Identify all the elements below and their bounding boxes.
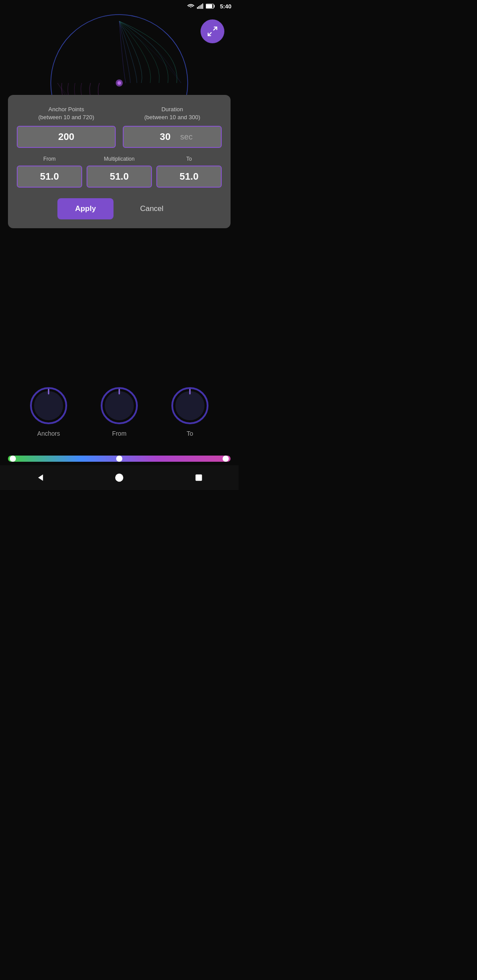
svg-point-16 — [105, 391, 134, 420]
duration-label: Duration (between 10 and 300) — [144, 106, 200, 121]
from-label: From — [43, 156, 56, 162]
anchor-points-col: Anchor Points (between 10 and 720) — [17, 106, 116, 148]
to-knob-label: To — [187, 430, 193, 437]
from-knob-label: From — [112, 430, 127, 437]
duration-input-container: sec — [123, 126, 222, 148]
from-col: From — [17, 156, 82, 188]
from-knob-item: From — [99, 386, 139, 437]
svg-point-9 — [117, 81, 121, 85]
from-knob[interactable] — [99, 386, 139, 426]
to-label: To — [186, 156, 192, 162]
status-bar-icons: 5:40 — [187, 3, 231, 10]
knobs-section: Anchors From To — [0, 386, 238, 437]
expand-button[interactable] — [201, 19, 224, 43]
modal-row-1: Anchor Points (between 10 and 720) Durat… — [17, 106, 222, 148]
duration-unit: sec — [180, 132, 193, 142]
svg-rect-4 — [202, 4, 203, 9]
gradient-slider[interactable] — [8, 456, 231, 462]
to-input[interactable] — [156, 166, 222, 188]
multiplication-label: Multiplication — [104, 156, 134, 162]
wifi-icon — [187, 4, 194, 9]
to-knob-item: To — [170, 386, 210, 437]
time-display: 5:40 — [220, 3, 231, 10]
anchor-points-label: Anchor Points (between 10 and 720) — [38, 106, 94, 121]
recents-icon — [194, 473, 204, 482]
svg-point-13 — [34, 391, 63, 420]
svg-rect-0 — [197, 7, 198, 9]
svg-line-10 — [213, 27, 217, 30]
home-icon — [114, 473, 124, 482]
modal-row-2: From Multiplication To — [17, 156, 222, 188]
anchors-knob-item: Anchors — [29, 386, 68, 437]
slider-dot-left — [10, 456, 16, 462]
expand-icon — [207, 26, 218, 37]
svg-marker-21 — [38, 475, 43, 481]
to-knob[interactable] — [170, 386, 210, 426]
settings-modal: Anchor Points (between 10 and 720) Durat… — [8, 95, 231, 228]
svg-point-22 — [115, 474, 123, 482]
svg-rect-2 — [200, 5, 201, 9]
battery-icon — [206, 4, 216, 9]
modal-buttons: Apply Cancel — [17, 198, 222, 219]
cancel-button[interactable]: Cancel — [122, 198, 181, 219]
multiplication-input[interactable] — [87, 166, 152, 188]
svg-rect-1 — [198, 6, 199, 9]
multiplication-col: Multiplication — [87, 156, 152, 188]
slider-dot-right — [223, 456, 229, 462]
to-col: To — [156, 156, 222, 188]
svg-rect-23 — [196, 475, 202, 481]
svg-line-11 — [208, 32, 212, 36]
signal-icon — [197, 4, 203, 9]
home-button[interactable] — [106, 469, 133, 486]
recents-button[interactable] — [185, 469, 212, 486]
svg-point-19 — [175, 391, 204, 420]
status-bar: 5:40 — [0, 0, 238, 12]
duration-col: Duration (between 10 and 300) sec — [123, 106, 222, 148]
back-button[interactable] — [26, 469, 53, 486]
anchors-knob[interactable] — [29, 386, 68, 426]
svg-rect-6 — [206, 4, 212, 8]
from-input[interactable] — [17, 166, 82, 188]
nav-bar — [0, 465, 238, 490]
anchors-knob-label: Anchors — [37, 430, 60, 437]
duration-input[interactable] — [152, 131, 178, 143]
svg-rect-3 — [201, 4, 202, 9]
anchor-points-input[interactable] — [17, 126, 116, 148]
slider-dot-center — [116, 456, 122, 462]
apply-button[interactable]: Apply — [57, 198, 114, 219]
back-icon — [35, 473, 45, 482]
